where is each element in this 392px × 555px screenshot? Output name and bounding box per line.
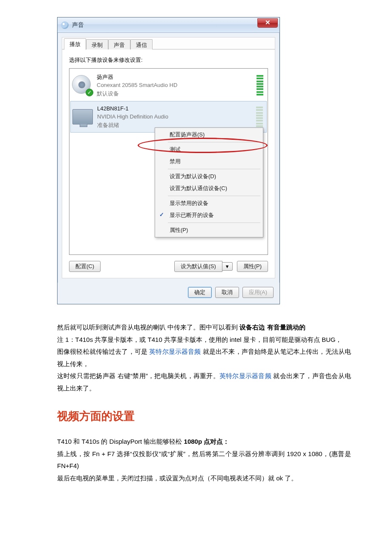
device-name: L42BN81F-1 [97,104,256,113]
monitor-icon [72,107,93,127]
configure-button[interactable]: 配置(C) [69,261,101,272]
bold-text: 设备右边 有音量跳动的 [239,324,305,331]
section-heading: 视频方面的设置 [57,409,351,424]
sound-dialog: 声音 ✕ 播放 录制 声音 通信 选择以下播放设备来修改设置: ✓ [57,17,280,304]
dropdown-arrow-icon[interactable]: ▼ [222,262,233,271]
menu-disable[interactable]: 禁用 [155,156,263,168]
article-body: 然后就可以听到测试声音从电视的喇叭 中传来了。图中可以看到 设备右边 有音量跳动… [57,321,351,484]
paragraph: 最后在电视的菜单里，关闭过扫描，或设置为点对点（不同电视表述不同）就 ok 了。 [57,472,351,485]
level-meter [257,75,263,95]
menu-separator [168,169,260,169]
playback-device-list: ✓ 扬声器 Conexant 20585 SmartAudio HD 默认设备 [69,68,268,255]
device-text: 扬声器 Conexant 20585 SmartAudio HD 默认设备 [97,73,257,98]
menu-properties[interactable]: 属性(P) [155,224,263,236]
paragraph: 图像很轻松就传输过去了，可是 英特尔显示器音频 就是出不来，声音始终是从笔记本上… [57,346,351,370]
link-text: 英特尔显示器音频 [149,348,201,355]
level-meter [256,107,263,127]
device-name: 扬声器 [97,73,257,81]
menu-show-disconnected[interactable]: 显示已断开的设备 [155,209,263,221]
menu-test[interactable]: 测试 [155,144,263,156]
bold-text: 1080p 点对点： [184,438,230,445]
menu-configure-speakers[interactable]: 配置扬声器(S) [155,129,263,141]
tab-recording[interactable]: 录制 [86,39,108,49]
sound-icon [61,21,69,29]
set-default-button[interactable]: 设为默认值(S) [174,261,222,272]
dialog-title: 声音 [72,21,84,29]
dialog-footer: 确定 取消 应用(A) [58,283,280,304]
dialog-body: 播放 录制 声音 通信 选择以下播放设备来修改设置: ✓ 扬声器 Co [62,37,275,278]
paragraph: 然后就可以听到测试声音从电视的喇叭 中传来了。图中可以看到 设备右边 有音量跳动… [57,321,351,334]
speaker-icon: ✓ [72,75,92,95]
close-button[interactable]: ✕ [257,18,278,28]
default-check-icon: ✓ [86,89,93,96]
tab-panel-playback: 选择以下播放设备来修改设置: ✓ 扬声器 Conexant 20585 Smar… [62,49,275,278]
apply-button[interactable]: 应用(A) [242,287,274,298]
menu-separator [168,196,260,196]
link-text: 英特尔显示器音频 [219,372,271,379]
paragraph: 这时候只需把扬声器 右键“禁用”，把电脑关机，再重开。英特尔显示器音频 就会出来… [57,370,351,394]
tab-sounds[interactable]: 声音 [108,39,130,49]
close-icon: ✕ [265,19,271,26]
paragraph: 注 1：T410s 共享显卡版本，或 T410 共享显卡版本，使用的 intel… [57,334,351,346]
context-menu: 配置扬声器(S) 测试 禁用 设置为默认设备(D) 设置为默认通信设备(C) 显… [155,127,263,237]
titlebar[interactable]: 声音 ✕ [58,17,280,33]
device-speakers[interactable]: ✓ 扬声器 Conexant 20585 SmartAudio HD 默认设备 [70,69,267,101]
menu-separator [168,223,260,223]
paragraph: 插上线，按 Fn + F7 选择“仅投影仪”或“扩展”，然后将第二个显示器分辨率… [57,448,351,472]
device-desc: NVIDIA High Definition Audio [97,113,256,121]
device-text: L42BN81F-1 NVIDIA High Definition Audio … [97,104,256,130]
tab-playback[interactable]: 播放 [64,38,86,50]
cancel-button[interactable]: 取消 [215,287,239,298]
set-default-split-button[interactable]: 设为默认值(S) ▼ [174,261,232,272]
instruction-text: 选择以下播放设备来修改设置: [69,56,268,64]
properties-button[interactable]: 属性(P) [237,261,268,272]
menu-set-default-comm[interactable]: 设置为默认通信设备(C) [155,182,263,194]
menu-show-disabled[interactable]: 显示禁用的设备 [155,197,263,209]
tab-communications[interactable]: 通信 [130,39,153,49]
device-status: 默认设备 [97,90,257,98]
inner-buttons: 配置(C) 设为默认值(S) ▼ 属性(P) [69,261,268,272]
tabs: 播放 录制 声音 通信 [62,38,275,49]
paragraph: T410 和 T410s 的 DisplayPort 输出能够轻松 1080p … [57,436,351,448]
device-desc: Conexant 20585 SmartAudio HD [97,81,257,90]
menu-separator [168,142,260,142]
ok-button[interactable]: 确定 [188,287,212,298]
menu-set-default[interactable]: 设置为默认设备(D) [155,171,263,182]
